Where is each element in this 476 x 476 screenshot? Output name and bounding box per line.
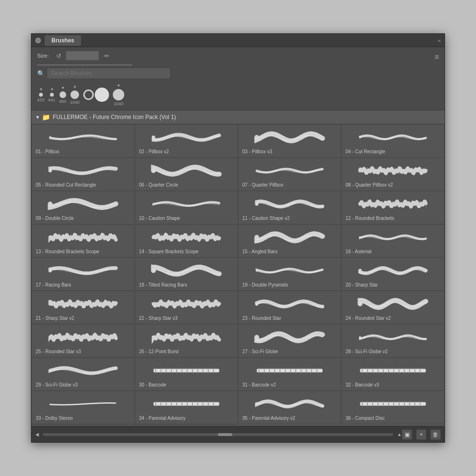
brush-cell-36[interactable]: 36 - Compact Disc — [341, 391, 445, 424]
brush-preview-32 — [346, 360, 440, 381]
brush-cell-06[interactable]: 06 - Quarter Circle — [135, 158, 238, 191]
brush-cell-35[interactable]: 35 - Parental Advisory v2 — [238, 391, 341, 424]
preset-441[interactable]: ✦ 441 — [48, 87, 55, 102]
brush-cell-32[interactable]: 32 - Barcode v3 — [341, 357, 445, 391]
filled-circle-dot — [95, 88, 109, 102]
bottom-actions: ▣ + 🗑 — [402, 429, 441, 440]
brush-cell-13[interactable]: 13 - Rounded Brackets Scope — [31, 224, 135, 258]
scroll-up[interactable]: ▲ — [397, 432, 402, 437]
add-action-button[interactable]: + — [416, 429, 426, 440]
brush-cell-23[interactable]: 23 - Rounded Star — [238, 291, 341, 324]
brush-cell-07[interactable]: 07 - Quarter Pillbox — [238, 158, 341, 191]
brush-cell-14[interactable]: 14 - Square Brackets Scope — [135, 224, 238, 258]
brush-cell-11[interactable]: 11 - Caution Shape v2 — [238, 191, 341, 224]
stars-icon-5: ✦ — [117, 83, 120, 88]
svg-line-113 — [192, 335, 192, 341]
brush-cell-27[interactable]: 27 - Sci-Fi Globe — [238, 324, 341, 357]
preset-450[interactable]: ✦ 450 — [59, 85, 66, 104]
brush-cell-16[interactable]: 16 - Asterisk — [341, 224, 445, 258]
brush-preview-20 — [346, 260, 440, 281]
brush-preview-07 — [242, 160, 337, 181]
brush-preview-22 — [139, 293, 234, 315]
brush-name-35: 35 - Parental Advisory v2 — [242, 416, 337, 421]
brush-preview-21 — [36, 293, 130, 315]
brush-name-09: 09 - Double Circle — [36, 216, 130, 221]
brush-name-33: 33 - Dolby Stereo — [36, 416, 130, 421]
preset-433[interactable]: ✦ 433 — [37, 87, 44, 102]
brush-cell-31[interactable]: 31 - Barcode v2 — [238, 357, 341, 391]
brush-preview-15 — [242, 227, 337, 248]
brush-cell-22[interactable]: 22 - Sharp Star v3 — [135, 291, 238, 324]
menu-button[interactable]: ≡ — [435, 53, 439, 61]
brush-preview-02 — [139, 127, 234, 148]
undo-button[interactable]: ↺ — [54, 51, 63, 60]
preset-circle[interactable] — [83, 88, 109, 102]
brush-list[interactable]: 01 - Pillbox02 - Pillbox v203 - Pillbox … — [31, 124, 445, 426]
brush-preview-33 — [36, 393, 130, 415]
brush-cell-20[interactable]: 20 - Sharp Star — [341, 258, 445, 291]
brush-cell-02[interactable]: 02 - Pillbox v2 — [135, 124, 238, 158]
search-input[interactable] — [47, 68, 170, 79]
circle-outline-dot — [83, 89, 94, 100]
brush-cell-05[interactable]: 05 - Rounded Cut Rectangle — [31, 158, 135, 191]
brush-cell-30[interactable]: 30 - Barcode — [135, 357, 238, 391]
preset-1040b[interactable]: ✦ 1040 — [113, 83, 124, 106]
brush-name-25: 25 - Rounded Star v3 — [36, 349, 130, 354]
preset-1040a[interactable]: ✦ 1040 — [70, 84, 79, 105]
brush-cell-29[interactable]: 29 - Sci-Fi Globe v3 — [31, 357, 135, 391]
brush-preview-14 — [139, 227, 234, 248]
brushes-tab[interactable]: Brushes — [45, 35, 81, 46]
brush-preview-12 — [346, 193, 440, 215]
brush-cell-21[interactable]: 21 - Sharp Star v2 — [31, 291, 135, 324]
brush-name-07: 07 - Quarter Pillbox — [242, 182, 337, 188]
brush-cell-19[interactable]: 19 - Double Pyramids — [238, 258, 341, 291]
brush-cell-26[interactable]: 26 - 12-Point Burst — [135, 324, 238, 357]
brush-name-20: 20 - Sharp Star — [346, 282, 440, 288]
svg-rect-159 — [153, 402, 219, 406]
size-slider[interactable] — [37, 64, 132, 66]
svg-rect-120 — [153, 369, 219, 372]
brush-cell-17[interactable]: 17 - Racing Bars — [31, 258, 135, 291]
brush-cell-34[interactable]: 34 - Parental Advisory — [135, 391, 238, 424]
collapse-button[interactable]: « — [438, 38, 441, 43]
folder-action-button[interactable]: ▣ — [402, 429, 412, 440]
brush-cell-08[interactable]: 08 - Quarter Pillbox v2 — [341, 158, 445, 191]
brush-presets: ✦ 433 ✦ 441 ✦ 450 ✦ 1040 — [37, 83, 439, 106]
brush-name-14: 14 - Square Brackets Scope — [139, 249, 234, 254]
group-header[interactable]: ▾ 📁 FULLERMOE - Future Chrome Icon Pack … — [31, 110, 445, 124]
brush-cell-28[interactable]: 28 - Sci-Fi Globe v2 — [341, 324, 445, 357]
brush-preview-35 — [242, 393, 337, 415]
size-input[interactable] — [66, 51, 99, 60]
svg-line-5 — [386, 169, 386, 174]
tab-bar: Brushes — [45, 35, 438, 46]
brush-preview-13 — [36, 227, 130, 248]
delete-action-button[interactable]: 🗑 — [430, 429, 441, 440]
brush-cell-24[interactable]: 24 - Rounded Star v2 — [341, 291, 445, 324]
svg-rect-146 — [360, 369, 426, 372]
brush-cell-15[interactable]: 15 - Angled Bars — [238, 224, 341, 258]
brush-preview-18 — [139, 260, 234, 281]
brush-cell-03[interactable]: 03 - Pillbox v3 — [238, 124, 341, 158]
close-button[interactable]: × — [35, 38, 41, 43]
stars-icon-1: ✦ — [39, 87, 43, 92]
brush-name-21: 21 - Sharp Star v2 — [36, 316, 130, 321]
brush-name-18: 18 - Tilted Racing Bars — [139, 282, 234, 288]
title-bar: × Brushes « — [31, 34, 445, 47]
scroll-left[interactable]: ◀ — [35, 432, 39, 437]
edit-icon[interactable]: ✏ — [102, 51, 111, 60]
brush-cell-04[interactable]: 04 - Cut Rectangle — [341, 124, 445, 158]
brush-name-15: 15 - Angled Bars — [242, 249, 337, 254]
scroll-track[interactable] — [43, 433, 393, 436]
brush-cell-01[interactable]: 01 - Pillbox — [31, 124, 135, 158]
preset-dot-4 — [70, 90, 79, 99]
brush-cell-12[interactable]: 12 - Rounded Brackets — [341, 191, 445, 224]
brush-cell-10[interactable]: 10 - Caution Shape — [135, 191, 238, 224]
brushes-window: × Brushes « Size: ↺ ✏ ≡ 🔍 — [31, 33, 445, 443]
brush-name-22: 22 - Sharp Star v3 — [139, 316, 234, 321]
brush-cell-25[interactable]: 25 - Rounded Star v3 — [31, 324, 135, 357]
brush-cell-33[interactable]: 33 - Dolby Stereo — [31, 391, 135, 424]
brush-cell-09[interactable]: 09 - Double Circle — [31, 191, 135, 224]
scroll-thumb — [218, 433, 232, 436]
brush-cell-18[interactable]: 18 - Tilted Racing Bars — [135, 258, 238, 291]
svg-line-109 — [175, 334, 175, 339]
